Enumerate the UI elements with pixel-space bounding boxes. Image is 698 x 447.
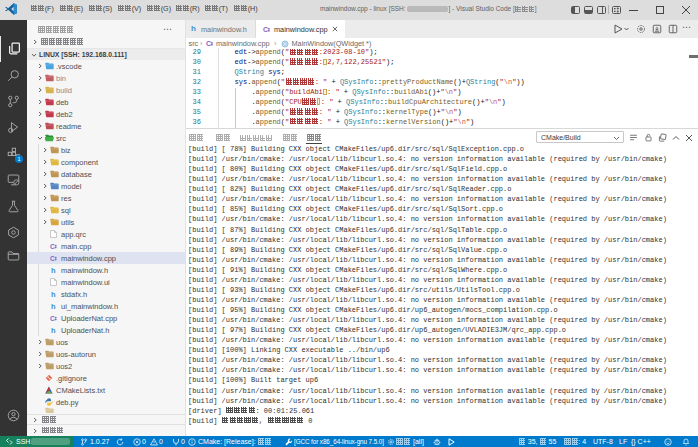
svg-text:h: h <box>51 326 56 334</box>
svg-text:C: C <box>50 314 55 321</box>
svg-text:C: C <box>50 242 55 249</box>
svg-text:C: C <box>50 254 55 261</box>
svg-text:h: h <box>51 302 56 310</box>
svg-text:h: h <box>51 290 56 298</box>
svg-text:h: h <box>51 266 56 274</box>
